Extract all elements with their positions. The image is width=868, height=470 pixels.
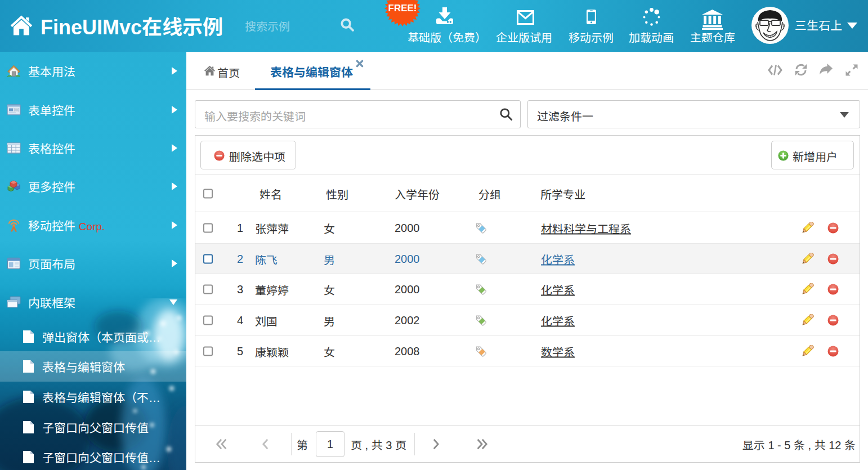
svg-text:FREE!: FREE! xyxy=(388,3,417,14)
